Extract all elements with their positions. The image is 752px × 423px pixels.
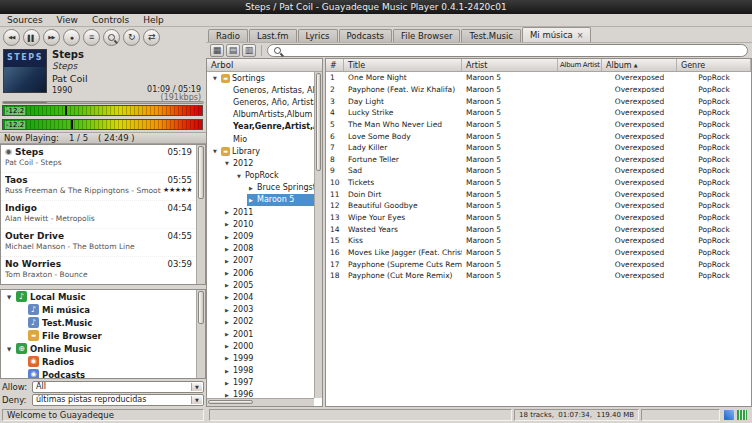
expander-icon[interactable]: ▶: [223, 307, 231, 313]
volume-icon[interactable]: [737, 410, 747, 420]
menu-item[interactable]: Sources: [0, 14, 50, 27]
track-row[interactable]: 10 Tickets Maroon 5 Overexposed PopRock: [326, 177, 751, 189]
tree-item[interactable]: Generos, Año, Artistas, Albumes: [223, 96, 314, 108]
tree-item[interactable]: Mio: [223, 133, 314, 145]
expander-icon[interactable]: ▶: [223, 234, 231, 240]
scrollbar-thumb[interactable]: [198, 291, 204, 324]
player-levels-icon[interactable]: [724, 410, 734, 420]
track-row[interactable]: 18 Payphone (Cut More Remix) Maroon 5 Ov…: [326, 270, 751, 282]
source-item[interactable]: ♪ Mi música: [1, 303, 205, 316]
tree-item[interactable]: ▶ 2004: [223, 291, 314, 303]
list-view-button[interactable]: ▤: [226, 44, 240, 57]
play-pause-button[interactable]: ▌▌: [23, 29, 40, 46]
tree-item[interactable]: ▶ 2002: [223, 316, 314, 328]
column-header[interactable]: Title: [344, 59, 462, 71]
queue-scrollbar[interactable]: [196, 145, 205, 284]
covers-view-button[interactable]: ▥: [242, 44, 256, 57]
track-row[interactable]: 1 One More Night Maroon 5 Overexposed Po…: [326, 72, 751, 84]
source-item[interactable]: ▼ ⊕ Online Music: [1, 342, 205, 355]
tree-item[interactable]: ▶ Maroon 5: [247, 194, 314, 206]
track-row[interactable]: 4 Lucky Strike Maroon 5 Overexposed PopR…: [326, 107, 751, 119]
scrollbar-thumb[interactable]: [198, 146, 204, 199]
expander-icon[interactable]: ▶: [223, 258, 231, 264]
tree-item[interactable]: AlbumArtists,Album: [223, 109, 314, 121]
tree-item[interactable]: ▶ 1996: [223, 389, 314, 398]
tree-item[interactable]: ▶ 2008: [223, 243, 314, 255]
track-row[interactable]: 7 Lady Killer Maroon 5 Overexposed PopRo…: [326, 142, 751, 154]
expander-icon[interactable]: ▶: [223, 319, 231, 325]
menu-item[interactable]: Controls: [85, 14, 136, 27]
tab-close-icon[interactable]: ×: [577, 31, 584, 40]
track-row[interactable]: 15 Kiss Maroon 5 Overexposed PopRock: [326, 235, 751, 247]
source-item[interactable]: ▬ File Browser: [1, 329, 205, 342]
record-button[interactable]: ●: [63, 29, 80, 46]
tab[interactable]: Mi música ×: [522, 27, 591, 42]
menu-item[interactable]: Help: [136, 14, 171, 27]
next-button[interactable]: ▶▶: [43, 29, 60, 46]
track-row[interactable]: 3 Day Light Maroon 5 Overexposed PopRock: [326, 95, 751, 107]
tree-item[interactable]: ▶ 2010: [223, 218, 314, 230]
tree-vscrollbar[interactable]: [314, 72, 322, 398]
queue-item[interactable]: Taos 05:55 Russ Freeman & The Rippington…: [1, 173, 205, 201]
track-row[interactable]: 14 Wasted Years Maroon 5 Overexposed Pop…: [326, 223, 751, 235]
track-row[interactable]: 13 Wipe Your Eyes Maroon 5 Overexposed P…: [326, 212, 751, 224]
track-row[interactable]: 17 Payphone (Supreme Cuts Remix) Maroon …: [326, 258, 751, 270]
rating-stars[interactable]: ★★★★★: [163, 186, 192, 195]
source-item[interactable]: ◉ Podcasts: [1, 368, 205, 379]
tree-item[interactable]: ▼ ▬ Library: [211, 145, 314, 157]
expander-icon[interactable]: ▼: [5, 294, 13, 300]
expander-icon[interactable]: ▼: [211, 75, 219, 81]
tree-item[interactable]: ▶ 2003: [223, 304, 314, 316]
grid-view-button[interactable]: ▦: [210, 44, 224, 57]
expander-icon[interactable]: ▶: [223, 355, 231, 361]
tab[interactable]: Podcasts: [339, 29, 393, 42]
tree-item[interactable]: ▼ PopRock: [235, 170, 314, 182]
expander-icon[interactable]: ▶: [247, 185, 255, 191]
track-row[interactable]: 16 Moves Like Jagger (Feat. Christina Ag…: [326, 247, 751, 259]
seek-slider[interactable]: [2, 101, 204, 104]
tree-item[interactable]: ▼ ▬ Sortings: [211, 72, 314, 84]
tree-item[interactable]: ▶ 1998: [223, 365, 314, 377]
queue-item[interactable]: Outer Drive 04:55 Michael Manson - The B…: [1, 229, 205, 257]
queue-item[interactable]: ◉ Steps 05:19 Pat Coil - Steps: [1, 145, 205, 173]
source-item[interactable]: ▼ ♪ Local Music: [1, 290, 205, 303]
search-input[interactable]: [285, 45, 741, 56]
allow-filter-select[interactable]: All: [32, 381, 204, 393]
expander-icon[interactable]: ▼: [223, 160, 231, 166]
sources-scrollbar[interactable]: [196, 290, 205, 378]
tree-item[interactable]: ▶ Bruce Springsteen: [247, 182, 314, 194]
track-row[interactable]: 11 Doin Dirt Maroon 5 Overexposed PopRoc…: [326, 188, 751, 200]
expander-icon[interactable]: ▶: [223, 270, 231, 276]
tab[interactable]: Radio: [208, 29, 248, 42]
tree-item[interactable]: Year,Genre,Artist,Album: [223, 121, 314, 133]
queue-item[interactable]: No Worries 03:59 Tom Braxton - Bounce: [1, 257, 205, 285]
queue-item[interactable]: Indigo 04:54 Alan Hewitt - Metropolis: [1, 201, 205, 229]
expander-icon[interactable]: ▶: [223, 380, 231, 386]
search-button[interactable]: [103, 29, 120, 46]
dropdown-arrow-icon[interactable]: [191, 396, 202, 404]
tree-item[interactable]: ▶ 2000: [223, 340, 314, 352]
expander-icon[interactable]: ▶: [223, 331, 231, 337]
expander-icon[interactable]: ▶: [223, 294, 231, 300]
expander-icon[interactable]: ▼: [5, 346, 13, 352]
tree-item[interactable]: ▼ 2012: [223, 157, 314, 169]
expander-icon[interactable]: ▶: [223, 343, 231, 349]
tree-item[interactable]: ▶ 2007: [223, 255, 314, 267]
source-item[interactable]: ◉ Radios: [1, 355, 205, 368]
previous-button[interactable]: ◀◀: [3, 29, 20, 46]
tree-item[interactable]: ▶ 2005: [223, 279, 314, 291]
search-box[interactable]: [267, 44, 748, 57]
tree-item[interactable]: ▶ 1999: [223, 352, 314, 364]
tab[interactable]: File Browser: [393, 29, 460, 42]
shuffle-button[interactable]: ⇄: [143, 29, 160, 46]
tree-item[interactable]: ▶ 2009: [223, 230, 314, 242]
tab[interactable]: Last.fm: [249, 29, 297, 42]
repeat-button[interactable]: ↻: [123, 29, 140, 46]
column-header[interactable]: Artist: [462, 59, 558, 71]
tree-hscrollbar[interactable]: [207, 398, 314, 406]
expander-icon[interactable]: ▶: [223, 368, 231, 374]
expander-icon[interactable]: ▶: [223, 246, 231, 252]
dropdown-arrow-icon[interactable]: [191, 383, 202, 391]
expander-icon[interactable]: ▼: [211, 148, 219, 154]
expander-icon[interactable]: ▶: [247, 197, 255, 203]
